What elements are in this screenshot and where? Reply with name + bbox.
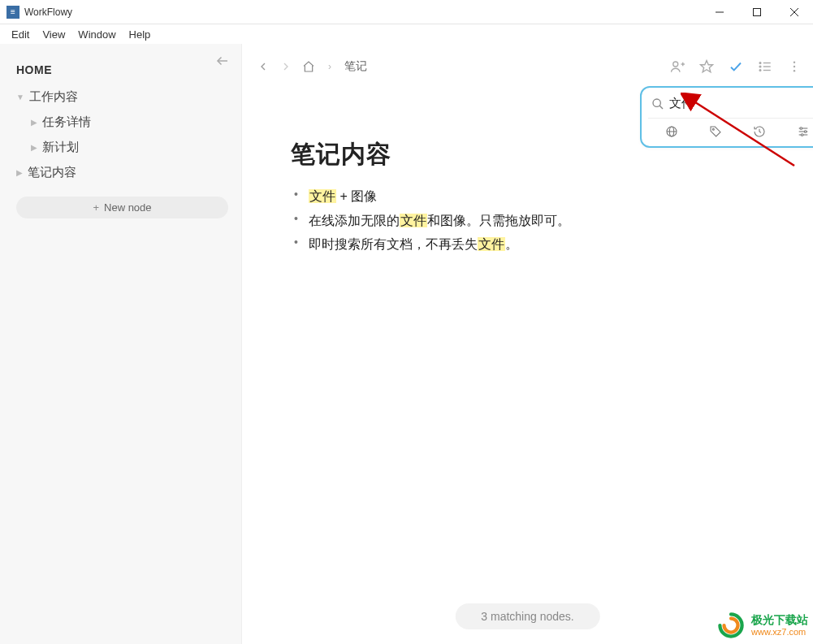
highlight: 文件 [400,214,427,227]
svg-point-29 [804,131,807,133]
svg-point-16 [794,66,795,67]
nav-forward-button[interactable] [279,60,292,73]
breadcrumb-sep: › [328,61,331,72]
more-icon[interactable] [787,59,802,74]
search-input[interactable]: 文件 [669,96,813,111]
watermark-line2: www.xz7.com [751,627,808,637]
plus-icon: + [93,201,99,214]
history-icon[interactable] [753,125,772,138]
new-node-label: New node [104,201,152,214]
svg-rect-1 [754,8,761,15]
svg-point-24 [712,128,714,130]
sidebar-item-plan[interactable]: ▶ 新计划 [13,135,231,160]
sidebar-item-label: 新计划 [42,140,79,155]
search-popover: 文件 ✕ [640,86,813,148]
home-icon[interactable] [302,60,315,73]
main: › 笔记 [242,44,813,644]
svg-line-19 [659,106,663,109]
svg-point-30 [801,134,803,136]
list-item[interactable]: 即时搜索所有文档，不再丢失文件。 [309,232,764,257]
menubar: Edit View Window Help [0,24,813,44]
search-icon [651,97,664,110]
watermark: 极光下载站 www.xz7.com [717,612,808,639]
sidebar: HOME ▼ 工作内容 ▶ 任务详情 ▶ 新计划 ▶ 笔记内容 + New no… [0,44,242,644]
sidebar-home[interactable]: HOME [16,63,231,76]
titlebar: ≡ WorkFlowy [0,0,813,24]
menu-edit[interactable]: Edit [5,27,36,42]
svg-point-28 [800,128,802,130]
window-maximize-button[interactable] [738,0,776,24]
caret-right-icon: ▶ [31,143,37,152]
caret-down-icon: ▼ [16,93,24,102]
window-close-button[interactable] [776,0,813,24]
caret-right-icon: ▶ [16,168,23,177]
list-item[interactable]: 文件 + 图像 [309,184,764,209]
sidebar-item-notes[interactable]: ▶ 笔记内容 [13,160,231,185]
sidebar-item-label: 任务详情 [42,115,91,130]
watermark-line1: 极光下载站 [751,614,808,626]
sidebar-item-label: 笔记内容 [28,165,76,180]
list-item[interactable]: 在线添加无限的文件和图像。只需拖放即可。 [309,209,764,233]
caret-right-icon: ▶ [31,118,37,127]
window-minimize-button[interactable] [701,0,738,24]
settings-sliders-icon[interactable] [797,125,813,138]
svg-point-18 [653,99,660,106]
search-filters: … [648,119,813,140]
app-icon: ≡ [6,6,19,19]
check-icon[interactable] [729,59,743,74]
collapse-sidebar-icon[interactable] [215,54,230,68]
tag-icon[interactable] [709,125,729,138]
svg-marker-8 [701,61,713,72]
sidebar-item-task[interactable]: ▶ 任务详情 [13,110,231,135]
add-user-icon[interactable] [670,59,685,74]
star-icon[interactable] [699,59,714,74]
svg-point-11 [759,70,761,71]
svg-point-5 [673,62,678,67]
status-badge: 3 matching nodes. [455,603,599,629]
window-title: WorkFlowy [24,6,72,18]
menu-view[interactable]: View [36,27,71,42]
new-node-button[interactable]: + New node [16,197,228,218]
nav-back-button[interactable] [257,60,270,73]
sidebar-item-label: 工作内容 [29,89,78,105]
svg-point-9 [759,63,761,64]
list-icon[interactable] [758,59,772,74]
svg-point-17 [794,70,795,71]
highlight: 文件 [478,237,505,251]
svg-point-15 [794,62,795,63]
highlight: 文件 [309,189,336,203]
breadcrumb-item[interactable]: 笔记 [344,59,367,74]
menu-help[interactable]: Help [123,27,158,42]
sidebar-item-work[interactable]: ▼ 工作内容 [13,84,231,110]
menu-window[interactable]: Window [71,27,122,42]
globe-icon[interactable] [665,125,685,138]
toolbar: › 笔记 [242,44,813,89]
svg-point-10 [759,66,761,67]
